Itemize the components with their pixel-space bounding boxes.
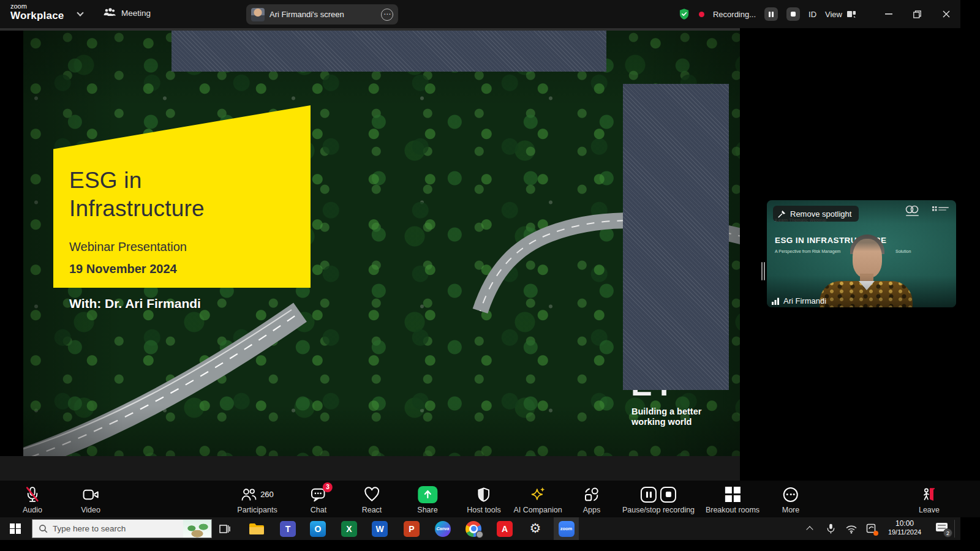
share-options-icon[interactable]: ⋯ — [381, 9, 393, 21]
stop-icon[interactable] — [660, 487, 676, 503]
ai-companion-label: AI Companion — [513, 506, 562, 514]
more-label: More — [782, 506, 799, 514]
zoom-app-icon: zoom — [559, 521, 575, 537]
remove-spotlight-label: Remove spotlight — [790, 209, 851, 219]
pause-stop-icons — [641, 486, 676, 503]
chrome-button[interactable] — [460, 517, 487, 540]
tray-mic-button[interactable] — [822, 517, 839, 540]
pin-icon — [778, 210, 786, 218]
zoom-logo-text: zoom — [10, 3, 64, 10]
task-view-button[interactable] — [213, 517, 237, 540]
teams-button[interactable]: T — [274, 517, 301, 540]
panel-drag-handle-2[interactable] — [764, 262, 765, 280]
spotlight-video-tile[interactable]: iLearn Thematic Webinar ESG IN INFRASTRU… — [767, 200, 956, 307]
outlook-button[interactable]: O — [304, 517, 331, 540]
more-ellipsis-icon — [783, 486, 798, 503]
participants-button[interactable]: 260 Participants — [237, 484, 277, 514]
meeting-id-button[interactable]: ID — [809, 10, 816, 19]
titlebar: zoom Workplace Meeting Ari Firmandi's sc… — [0, 0, 960, 28]
restore-button[interactable] — [903, 0, 932, 28]
minimize-button[interactable] — [874, 0, 903, 28]
search-icon — [39, 524, 48, 533]
share-screen-icon — [418, 486, 437, 503]
participants-icon: 260 — [241, 486, 274, 503]
host-tools-button[interactable]: Host tools — [467, 484, 501, 514]
remove-spotlight-button[interactable]: Remove spotlight — [773, 206, 859, 222]
apps-icon — [584, 486, 600, 503]
file-explorer-button[interactable] — [243, 517, 270, 540]
zoom-meeting-window: zoom Workplace Meeting Ari Firmandi's sc… — [0, 0, 980, 551]
chrome-icon — [466, 521, 481, 537]
apps-label: Apps — [583, 506, 601, 514]
tab-meeting[interactable]: Meeting — [103, 7, 151, 18]
slide-date: 19 November 2024 — [69, 262, 296, 276]
share-button[interactable]: Share — [417, 484, 437, 514]
recording-dot-icon — [699, 12, 704, 17]
tray-expand-chevron[interactable] — [806, 526, 813, 533]
orange-dot-badge — [873, 531, 878, 536]
excel-button[interactable]: X — [336, 517, 363, 540]
settings-button[interactable]: ⚙ — [522, 517, 549, 540]
search-highlight-image[interactable] — [183, 520, 211, 538]
zoom-toolbar: Audio Video 260 Pa — [0, 481, 980, 517]
canva-button[interactable]: Canva — [429, 517, 456, 540]
participant-name-label: Ari Firmandi — [783, 296, 826, 305]
pause-icon[interactable] — [641, 487, 657, 503]
chevron-down-icon[interactable] — [77, 9, 83, 16]
camera-icon — [82, 486, 99, 503]
slide-title-line1: ESG in — [69, 167, 296, 195]
start-button[interactable] — [3, 517, 28, 540]
more-button[interactable]: More — [782, 484, 799, 514]
slide-title-line2: Infrastructure — [69, 195, 296, 223]
audio-label: Audio — [23, 506, 42, 514]
microphone-muted-icon — [24, 486, 40, 503]
ai-companion-button[interactable]: AI Companion — [513, 484, 562, 514]
slide-subtitle: Webinar Presentation — [69, 240, 296, 254]
zoom-app-button[interactable]: zoom — [554, 517, 579, 540]
close-button[interactable] — [932, 0, 960, 28]
redaction-box-right — [623, 84, 729, 390]
panel-drag-handle[interactable] — [761, 262, 763, 280]
stop-recording-button[interactable] — [786, 7, 800, 21]
pause-stop-recording-button[interactable]: Pause/stop recording — [622, 484, 695, 514]
apps-button[interactable]: Apps — [583, 484, 601, 514]
tray-network-button[interactable] — [843, 517, 860, 540]
leave-button[interactable]: Leave — [919, 484, 940, 514]
video-button[interactable]: Video — [81, 484, 100, 514]
main-content-area: ESG in Infrastructure Webinar Presentati… — [0, 28, 960, 481]
powerpoint-button[interactable]: P — [398, 517, 425, 540]
clock-time: 10:00 — [888, 519, 921, 528]
taskbar-search-input[interactable]: Type here to search — [32, 519, 212, 538]
recording-label: Recording... — [713, 10, 756, 19]
clock-date: 19/11/2024 — [888, 528, 921, 536]
shared-screen-slide: ESG in Infrastructure Webinar Presentati… — [23, 31, 740, 456]
audio-button[interactable]: Audio — [23, 484, 42, 514]
security-shield-icon[interactable] — [678, 7, 690, 21]
screen-share-label: Ari Firmandi's screen — [270, 10, 376, 19]
tray-notification-button[interactable] — [863, 517, 880, 540]
word-button[interactable]: W — [366, 517, 393, 540]
acrobat-button[interactable]: A — [491, 517, 518, 540]
leave-door-icon — [921, 486, 937, 503]
search-placeholder: Type here to search — [53, 524, 178, 533]
view-label: View — [825, 10, 842, 19]
redaction-box-top — [172, 31, 606, 72]
excel-icon: X — [341, 521, 357, 537]
chrome-profile-badge — [476, 531, 483, 538]
screen-share-pill[interactable]: Ari Firmandi's screen ⋯ — [246, 4, 398, 24]
shield-icon — [477, 486, 492, 503]
host-tools-label: Host tools — [467, 506, 501, 514]
breakout-rooms-icon — [725, 486, 740, 503]
pause-recording-button[interactable] — [764, 7, 778, 21]
pause-stop-recording-label: Pause/stop recording — [622, 506, 695, 514]
react-button[interactable]: React — [362, 484, 382, 514]
taskbar-clock[interactable]: 10:00 19/11/2024 — [888, 519, 921, 536]
meeting-people-icon — [103, 7, 116, 18]
acrobat-icon: A — [497, 521, 513, 537]
breakout-rooms-button[interactable]: Breakout rooms — [706, 484, 760, 514]
workplace-logo-text: Workplace — [10, 10, 64, 21]
taskbar-separator — [954, 520, 955, 538]
chat-button[interactable]: 3 Chat — [311, 484, 326, 514]
react-label: React — [362, 506, 382, 514]
view-button[interactable]: View — [825, 10, 856, 19]
